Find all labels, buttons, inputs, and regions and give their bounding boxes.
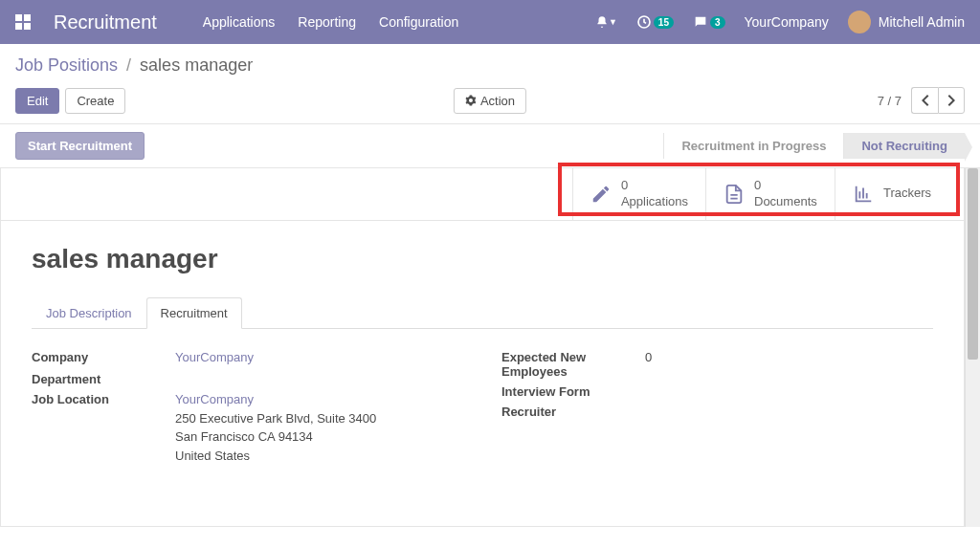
activities-badge: 15 bbox=[654, 16, 674, 29]
stat-documents-label: Documents bbox=[754, 194, 817, 210]
stage-not-recruiting[interactable]: Not Recruiting bbox=[843, 133, 965, 159]
scrollbar-thumb[interactable] bbox=[968, 168, 978, 360]
avatar bbox=[848, 11, 871, 33]
label-recruiter: Recruiter bbox=[501, 403, 645, 419]
stat-buttons: 0 Applications 0 Documents bbox=[1, 168, 964, 221]
breadcrumb-current: sales manager bbox=[140, 55, 253, 75]
tabs: Job Description Recruitment bbox=[32, 297, 933, 329]
notifications-button[interactable]: ▼ bbox=[595, 15, 617, 29]
top-navbar: Recruitment Applications Reporting Confi… bbox=[0, 0, 980, 44]
location-line3: United States bbox=[175, 449, 250, 463]
nav-reporting[interactable]: Reporting bbox=[298, 14, 356, 30]
stat-applications-count: 0 bbox=[621, 178, 688, 194]
statusbar: Start Recruitment Recruitment in Progres… bbox=[0, 124, 980, 168]
nav-configuration[interactable]: Configuration bbox=[379, 14, 458, 30]
location-company-link[interactable]: YourCompany bbox=[175, 392, 254, 406]
stat-applications-label: Applications bbox=[621, 194, 688, 210]
control-panel: Job Positions / sales manager Edit Creat… bbox=[0, 44, 980, 124]
pager-prev-button[interactable] bbox=[911, 87, 938, 114]
svg-rect-3 bbox=[24, 23, 31, 30]
pager: 7 / 7 bbox=[878, 87, 965, 114]
breadcrumb: Job Positions / sales manager bbox=[15, 55, 965, 76]
nav-applications[interactable]: Applications bbox=[203, 14, 276, 30]
stat-documents-button[interactable]: 0 Documents bbox=[705, 168, 835, 220]
messages-button[interactable]: 3 bbox=[693, 14, 725, 30]
location-line1: 250 Executive Park Blvd, Suite 3400 bbox=[175, 411, 376, 426]
location-line2: San Francisco CA 94134 bbox=[175, 429, 313, 444]
breadcrumb-parent[interactable]: Job Positions bbox=[15, 55, 118, 75]
gear-icon bbox=[465, 95, 477, 106]
action-label: Action bbox=[480, 94, 515, 108]
form-grid: Company YourCompany Department Job Locat… bbox=[32, 348, 933, 470]
messages-badge: 3 bbox=[710, 16, 725, 29]
label-company: Company bbox=[32, 348, 175, 364]
label-job-location: Job Location bbox=[32, 390, 175, 406]
scrollbar[interactable] bbox=[965, 168, 980, 527]
chevron-left-icon bbox=[922, 95, 929, 106]
tab-recruitment[interactable]: Recruitment bbox=[146, 297, 242, 329]
company-switcher[interactable]: YourCompany bbox=[745, 14, 829, 30]
svg-rect-0 bbox=[15, 14, 22, 21]
value-company[interactable]: YourCompany bbox=[175, 350, 254, 364]
svg-rect-2 bbox=[15, 23, 22, 30]
edit-button[interactable]: Edit bbox=[15, 88, 59, 114]
activities-button[interactable]: 15 bbox=[636, 14, 674, 30]
chevron-right-icon bbox=[947, 95, 955, 106]
label-expected-new-employees: Expected New Employees bbox=[501, 348, 645, 379]
value-expected-new-employees: 0 bbox=[645, 348, 933, 367]
create-button[interactable]: Create bbox=[65, 88, 125, 114]
pencil-icon bbox=[590, 184, 612, 205]
user-name: Mitchell Admin bbox=[879, 14, 965, 30]
value-job-location: YourCompany 250 Executive Park Blvd, Sui… bbox=[175, 390, 463, 465]
document-icon bbox=[724, 184, 745, 205]
pager-next-button[interactable] bbox=[938, 87, 965, 114]
status-stages: Recruitment in Progress Not Recruiting bbox=[663, 133, 965, 159]
form-sheet: 0 Applications 0 Documents bbox=[0, 168, 965, 527]
tab-job-description[interactable]: Job Description bbox=[32, 297, 146, 329]
stat-applications-button[interactable]: 0 Applications bbox=[572, 168, 705, 220]
stage-in-progress[interactable]: Recruitment in Progress bbox=[663, 133, 843, 159]
action-button[interactable]: Action bbox=[454, 88, 526, 114]
nav-menu: Applications Reporting Configuration bbox=[203, 14, 458, 30]
stat-documents-count: 0 bbox=[754, 178, 817, 194]
bar-chart-icon bbox=[853, 184, 874, 205]
label-department: Department bbox=[32, 370, 175, 386]
apps-icon[interactable] bbox=[15, 14, 31, 30]
user-menu[interactable]: Mitchell Admin bbox=[848, 11, 965, 33]
svg-rect-1 bbox=[24, 14, 31, 21]
label-interview-form: Interview Form bbox=[501, 383, 645, 399]
breadcrumb-separator: / bbox=[126, 55, 131, 75]
record-title: sales manager bbox=[32, 244, 933, 274]
stat-trackers-label: Trackers bbox=[883, 186, 931, 202]
start-recruitment-button[interactable]: Start Recruitment bbox=[15, 132, 145, 160]
stat-trackers-button[interactable]: Trackers bbox=[835, 168, 964, 220]
pager-count[interactable]: 7 / 7 bbox=[878, 94, 902, 108]
brand-title: Recruitment bbox=[54, 11, 157, 33]
